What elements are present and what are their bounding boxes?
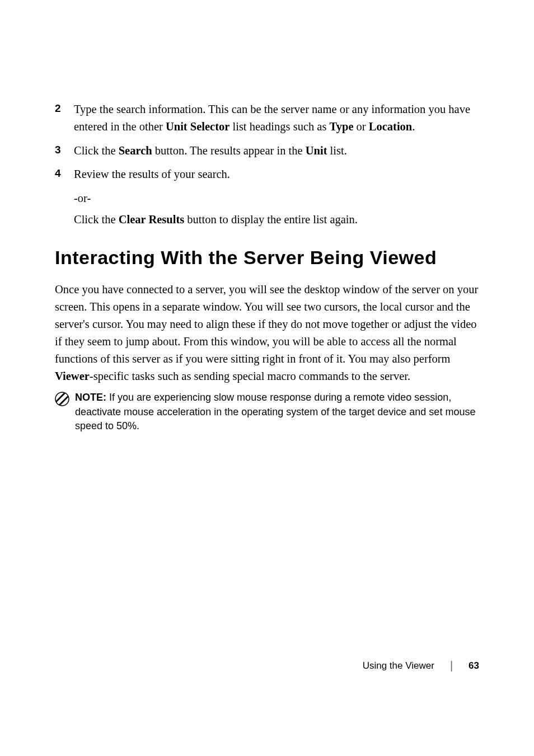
item-number: 3: [55, 142, 74, 159]
bold-unit: Unit: [306, 144, 327, 157]
bold-viewer: Viewer: [55, 370, 90, 382]
list-item-3: 3 Click the Search button. The results a…: [55, 142, 479, 159]
page-footer: Using the Viewer | 63: [363, 659, 479, 672]
text-segment: list.: [327, 144, 346, 157]
item-text: Type the search information. This can be…: [74, 101, 479, 135]
note-block: NOTE: If you are experiencing slow mouse…: [55, 391, 479, 433]
list-item-2: 2 Type the search information. This can …: [55, 101, 479, 135]
text-segment: -specific tasks such as sending special …: [90, 370, 410, 382]
item-text: Review the results of your search.: [74, 166, 479, 183]
text-segment: button. The results appear in the: [152, 144, 306, 157]
bold-clear-results: Clear Results: [119, 213, 185, 226]
item-number: 4: [55, 166, 74, 183]
continuation-or: -or-: [74, 190, 479, 208]
footer-divider: |: [450, 659, 453, 672]
section-heading: Interacting With the Server Being Viewed: [55, 247, 479, 269]
note-text: NOTE: If you are experiencing slow mouse…: [75, 391, 479, 433]
text-segment: Review the results of your search.: [74, 168, 230, 180]
note-body: If you are experiencing slow mouse respo…: [75, 392, 475, 431]
bold-type: Type: [330, 120, 354, 133]
continuation-text: Click the Clear Results button to displa…: [74, 211, 479, 229]
page-content: 2 Type the search information. This can …: [0, 0, 534, 433]
body-paragraph: Once you have connected to a server, you…: [55, 281, 479, 386]
text-segment: list headings such as: [229, 120, 329, 133]
item-number: 2: [55, 101, 74, 135]
item-text: Click the Search button. The results app…: [74, 142, 479, 159]
footer-page-number: 63: [469, 660, 479, 672]
bold-location: Location: [369, 120, 412, 133]
list-item-4: 4 Review the results of your search.: [55, 166, 479, 183]
text-segment: Click the: [74, 213, 119, 226]
footer-title: Using the Viewer: [363, 660, 434, 672]
bold-search: Search: [119, 144, 152, 157]
text-segment: Click the: [74, 144, 119, 157]
text-segment: Once you have connected to a server, you…: [55, 283, 478, 365]
text-segment: button to display the entire list again.: [184, 213, 358, 226]
note-label: NOTE:: [75, 392, 106, 403]
note-icon: [55, 392, 69, 406]
text-segment: .: [412, 120, 415, 133]
text-segment: or: [353, 120, 368, 133]
bold-unit-selector: Unit Selector: [166, 120, 229, 133]
